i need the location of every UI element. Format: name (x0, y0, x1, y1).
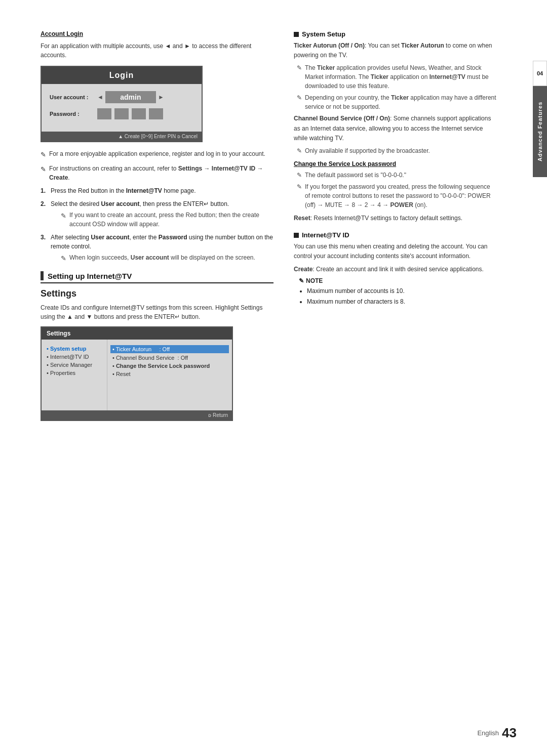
internet-tv-id-text2: Create: Create an account and link it wi… (294, 265, 496, 274)
channel-bound-note-text: Only available if supported by the broad… (305, 146, 430, 155)
pw-block-3 (132, 108, 146, 119)
ticker-note-1-text: The Ticker application provides useful N… (305, 63, 496, 91)
step-1: 1. Press the Red button in the Internet@… (41, 186, 274, 195)
account-login-section: Account Login For an application with mu… (41, 30, 274, 263)
right-column: System Setup Ticker Autorun (Off / On): … (294, 30, 496, 736)
login-body: User account : ◄ admin ► Password : (42, 84, 202, 132)
pencil-icon-2: ✎ (41, 164, 46, 182)
pencil-icon-5: ✎ (297, 63, 302, 91)
password-label: Password : (50, 111, 95, 117)
step-2-text: Select the desired User account, then pr… (51, 200, 229, 207)
password-row: Password : (50, 108, 193, 119)
change-lock-heading: Change the Service Lock password (294, 160, 496, 167)
page-footer: English 43 (477, 725, 517, 741)
note-1-text: For a more enjoyable application experie… (49, 149, 265, 160)
lock-note-2-text: If you forget the password you created, … (305, 182, 496, 209)
login-dialog: Login User account : ◄ admin ► Password … (41, 66, 203, 142)
system-setup-title: System Setup (294, 30, 496, 38)
user-account-value: admin (105, 91, 156, 103)
setting-up-title: Setting up Internet@TV (48, 272, 132, 280)
menu-system-setup[interactable]: • System setup (47, 345, 102, 353)
pencil-icon-7: ✎ (297, 146, 302, 155)
internet-tv-id-title: Internet@TV ID (294, 231, 496, 239)
pencil-icon-1: ✎ (41, 150, 46, 160)
pencil-icon-8: ✎ (297, 171, 302, 180)
lock-note-1-text: The default password set is "0-0-0-0." (305, 171, 406, 180)
menu-properties[interactable]: • Properties (47, 369, 102, 377)
lock-note-2: ✎ If you forget the password you created… (297, 182, 496, 209)
channel-bound-heading: Channel Bound Service (Off / On): Some c… (294, 114, 496, 143)
menu-internet-tv-id[interactable]: • Internet@TV ID (47, 353, 102, 361)
pencil-icon-6: ✎ (297, 93, 302, 111)
system-setup-label: System Setup (302, 30, 345, 38)
settings-dialog-body: • System setup • Internet@TV ID • Servic… (42, 340, 232, 410)
right-arrow: ► (158, 94, 164, 101)
left-column: Account Login For an application with mu… (41, 30, 274, 736)
settings-heading: Settings (41, 288, 274, 299)
step-1-text: Press the Red button in the Internet@TV … (51, 186, 196, 195)
system-setup-section: System Setup Ticker Autorun (Off / On): … (294, 30, 496, 223)
step-3-num: 3. (41, 233, 48, 264)
left-arrow: ◄ (97, 94, 103, 101)
reset-item[interactable]: • Reset (112, 370, 227, 378)
footer-language: English (477, 729, 499, 737)
pw-block-2 (114, 108, 129, 119)
settings-dialog-header: Settings (42, 327, 232, 340)
note-item-1: Maximum number of accounts is 10. (307, 286, 496, 296)
step-1-num: 1. (41, 186, 48, 195)
internet-tv-id-section: Internet@TV ID You can use this menu whe… (294, 231, 496, 307)
black-square-1 (294, 32, 299, 37)
channel-bound-item[interactable]: • Channel Bound Service : Off (112, 354, 227, 362)
internet-tv-id-text1: You can use this menu when creating and … (294, 242, 496, 261)
pencil-icon-4: ✎ (61, 254, 66, 264)
step-3-subnote-text: When login succeeds, User account will b… (69, 253, 255, 264)
ticker-autorun-item[interactable]: • Ticker Autorun : Off (110, 345, 229, 353)
note-item-2: Maximum number of characters is 8. (307, 297, 496, 307)
settings-right-panel: • Ticker Autorun : Off • Channel Bound S… (107, 340, 232, 410)
pw-block-4 (149, 108, 163, 119)
step-3: 3. After selecting User account, enter t… (41, 233, 274, 264)
password-dots (97, 108, 163, 119)
account-login-title: Account Login (41, 30, 274, 37)
page-number: 43 (502, 725, 517, 741)
chapter-label: Advanced Features (533, 86, 547, 177)
settings-intro: Create IDs and configure Internet@TV set… (41, 303, 274, 321)
step-2-subnote-text: If you want to create an account, press … (69, 211, 274, 229)
step-2-subnote: ✎ If you want to create an account, pres… (61, 211, 274, 229)
ticker-note-2: ✎ Depending on your country, the Ticker … (297, 93, 496, 111)
settings-dialog: Settings • System setup • Internet@TV ID… (41, 326, 233, 421)
chapter-number: 04 (533, 61, 547, 86)
note-1: ✎ For a more enjoyable application exper… (41, 149, 274, 160)
step-2-num: 2. (41, 199, 48, 229)
ticker-note-1: ✎ The Ticker application provides useful… (297, 63, 496, 91)
pencil-icon-10: ✎ (299, 277, 304, 284)
note-2-text: For instructions on creating an account,… (49, 164, 274, 182)
internet-tv-id-label: Internet@TV ID (302, 231, 349, 239)
ticker-note-2-text: Depending on your country, the Ticker ap… (305, 93, 496, 111)
channel-bound-note: ✎ Only available if supported by the bro… (297, 146, 496, 155)
step-3-text: After selecting User account, enter the … (51, 234, 273, 250)
black-square-2 (294, 233, 299, 238)
note-2: ✎ For instructions on creating an accoun… (41, 164, 274, 182)
note-box: ✎ NOTE Maximum number of accounts is 10.… (299, 277, 496, 307)
heading-bar (41, 271, 44, 280)
settings-section: Settings Create IDs and configure Intern… (41, 288, 274, 421)
change-lock-item[interactable]: • Change the Service Lock password (112, 362, 227, 370)
setting-up-heading: Setting up Internet@TV (41, 271, 274, 283)
step-3-subnote: ✎ When login succeeds, User account will… (61, 253, 274, 264)
user-account-label: User account : (50, 94, 95, 100)
ticker-autorun-heading: Ticker Autorun (Off / On): You can set T… (294, 41, 496, 60)
pencil-icon-3: ✎ (61, 211, 66, 229)
pw-block-1 (97, 108, 111, 119)
user-account-row: User account : ◄ admin ► (50, 91, 193, 103)
settings-footer: ᴅ Return (42, 410, 232, 420)
account-login-intro: For an application with multiple account… (41, 41, 274, 60)
note-box-title: ✎ NOTE (299, 277, 496, 284)
login-footer: ▲ Create [0~9] Enter PIN ᴅ Cancel (42, 132, 202, 141)
note-label: NOTE (306, 277, 323, 284)
step-2: 2. Select the desired User account, then… (41, 199, 274, 229)
note-bullet-list: Maximum number of accounts is 10. Maximu… (307, 286, 496, 307)
pencil-icon-9: ✎ (297, 182, 302, 209)
menu-service-manager[interactable]: • Service Manager (47, 361, 102, 369)
reset-text: Reset: Resets Internet@TV settings to fa… (294, 214, 496, 223)
